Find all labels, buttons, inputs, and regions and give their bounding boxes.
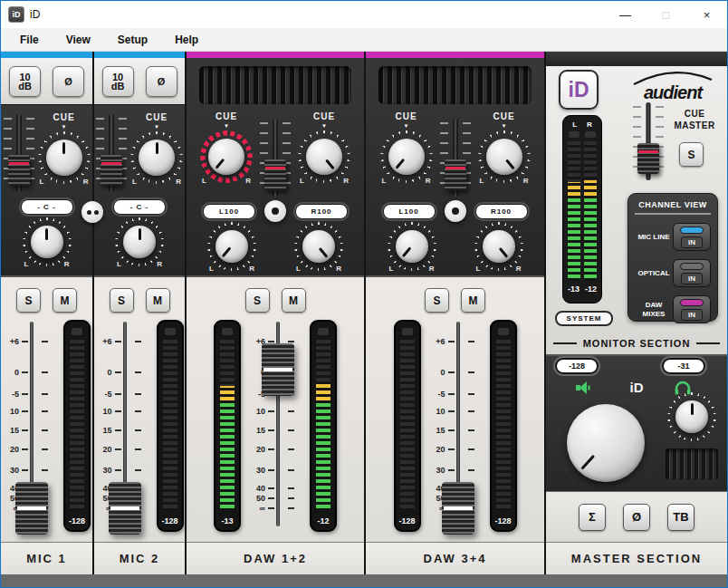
menu-help[interactable]: Help xyxy=(161,34,212,46)
headphone-level-display[interactable]: -31 xyxy=(662,358,705,374)
pan-value-display-right[interactable]: R100 xyxy=(475,204,528,219)
mute-button[interactable]: M xyxy=(146,288,170,313)
cue-pan-knob-left[interactable]: L R xyxy=(380,130,433,183)
close-button[interactable]: × xyxy=(686,1,727,28)
fader-handle[interactable] xyxy=(262,343,294,396)
cue-label: CUE xyxy=(493,111,514,121)
cue-fader-handle[interactable] xyxy=(264,159,286,190)
cue-fader[interactable] xyxy=(440,117,471,200)
pan-value-display-left[interactable]: L100 xyxy=(383,204,436,219)
fader-handle[interactable] xyxy=(109,482,141,535)
fader-handle[interactable] xyxy=(442,482,474,535)
channel-daw34: CUE ▼ L R CUE ▼ xyxy=(366,52,546,574)
cue-pan-knob-right[interactable]: L R xyxy=(298,130,350,183)
headphone-volume-knob[interactable] xyxy=(667,392,716,441)
channel-fader[interactable]: +60-5101520304050∞ xyxy=(96,320,148,532)
menu-view[interactable]: View xyxy=(53,34,104,46)
channel-fader[interactable]: +60-5101520304050∞ xyxy=(429,320,482,532)
channel-fader[interactable]: +60-5101520304050∞ xyxy=(249,320,302,532)
cue-fader[interactable] xyxy=(96,112,127,196)
stereo-link-button[interactable] xyxy=(264,200,286,222)
master-meter-right-value: -12 xyxy=(585,284,597,294)
cue-pan-knob-left[interactable]: L R xyxy=(200,130,253,183)
daw-mixes-label: DAW MIXES xyxy=(635,301,673,319)
level-meter-left: -128 xyxy=(394,320,421,532)
knob-marker-icon: ▼ xyxy=(62,123,67,130)
channel-color-strip xyxy=(1,52,92,58)
meter-value: -128 xyxy=(158,516,182,525)
app-window: iD iD — □ × File View Setup Help 10dB Ø xyxy=(0,0,728,588)
monitor-section-header: MONITOR SECTION xyxy=(546,338,727,349)
channel-name-label: DAW 1+2 xyxy=(187,542,364,574)
cue-pan-knob[interactable]: L R xyxy=(38,131,91,184)
meter-value: -13 xyxy=(216,516,239,525)
minimize-button[interactable]: — xyxy=(605,1,646,28)
cue-pan-knob-right[interactable]: L R xyxy=(478,130,531,183)
pan-knob-right[interactable]: L R xyxy=(474,222,523,271)
optical-view-button[interactable]: IN xyxy=(673,259,711,287)
fader-handle[interactable] xyxy=(15,482,48,535)
monitor-volume-knob[interactable] xyxy=(557,394,655,492)
stereo-link-button-mic[interactable] xyxy=(81,201,103,223)
phase-button[interactable]: Ø xyxy=(53,66,84,97)
pan-value-display[interactable]: - C - xyxy=(113,199,166,215)
cue-label: CUE xyxy=(146,112,168,122)
vent-decoration xyxy=(666,448,718,479)
pan-knob-left[interactable]: L R xyxy=(207,222,256,271)
solo-button[interactable]: S xyxy=(110,288,134,313)
mute-button[interactable]: M xyxy=(282,288,306,313)
channel-daw12: CUE ▼ L R CUE ▼ xyxy=(187,52,366,574)
pad-10db-button[interactable]: 10dB xyxy=(9,66,41,97)
pad-10db-button[interactable]: 10dB xyxy=(102,66,134,97)
system-button[interactable]: SYSTEM xyxy=(555,311,613,326)
mute-button[interactable]: M xyxy=(53,288,77,313)
optical-indicator xyxy=(680,263,704,270)
cue-fader[interactable] xyxy=(260,117,291,200)
level-meter-left: -13 xyxy=(214,320,241,532)
pan-knob[interactable]: L R xyxy=(115,217,164,266)
menu-file[interactable]: File xyxy=(6,34,53,46)
pan-knob-left[interactable]: L R xyxy=(388,222,436,271)
title-bar: iD iD — □ × xyxy=(1,1,727,28)
cue-fader-handle[interactable] xyxy=(8,155,30,186)
pan-value-display-left[interactable]: L100 xyxy=(203,204,255,219)
channel-fader[interactable]: +60-5101520304050∞ xyxy=(3,320,55,532)
channel-mic1: 10dB Ø CUE ▼ L R xyxy=(1,52,94,574)
id-logo[interactable]: iD xyxy=(559,70,599,110)
pan-knob[interactable]: L R xyxy=(23,217,72,266)
solo-button[interactable]: S xyxy=(16,288,41,313)
master-phase-button[interactable]: Ø xyxy=(623,504,650,531)
pan-knob-right[interactable]: L R xyxy=(294,222,343,271)
mic-line-view-button[interactable]: IN xyxy=(673,223,711,251)
solo-button[interactable]: S xyxy=(245,288,270,313)
level-meter-right: -128 xyxy=(490,320,517,532)
pan-value-display-right[interactable]: R100 xyxy=(295,204,348,219)
grille-decoration xyxy=(199,66,351,104)
meter-value: -12 xyxy=(311,516,335,525)
channel-color-strip xyxy=(187,52,364,58)
meter-value: -128 xyxy=(492,516,515,525)
phase-button[interactable]: Ø xyxy=(146,66,177,97)
cue-pan-knob[interactable]: L R xyxy=(130,131,183,184)
meter-value: -128 xyxy=(396,516,419,525)
menu-setup[interactable]: Setup xyxy=(104,34,161,46)
cue-master-solo-button[interactable]: S xyxy=(679,142,704,167)
daw-mixes-view-button[interactable]: IN xyxy=(673,295,711,323)
cue-fader-handle[interactable] xyxy=(101,155,122,186)
master-section: iD audient L R xyxy=(546,52,727,574)
solo-button[interactable]: S xyxy=(425,288,449,313)
meter-value: -128 xyxy=(65,516,89,525)
channel-color-strip xyxy=(366,52,544,58)
cue-fader[interactable] xyxy=(4,112,34,196)
pan-value-display[interactable]: - C - xyxy=(21,199,73,215)
stereo-link-button[interactable] xyxy=(445,200,466,222)
speaker-icon xyxy=(575,381,591,395)
cue-master-fader-handle[interactable] xyxy=(637,143,659,174)
knob-marker-icon: ▼ xyxy=(502,122,507,130)
talkback-button[interactable]: TB xyxy=(667,504,694,531)
mute-button[interactable]: M xyxy=(461,288,485,313)
cue-master-fader[interactable] xyxy=(633,101,664,184)
sum-mono-button[interactable]: Σ xyxy=(579,504,606,531)
speaker-level-display[interactable]: -128 xyxy=(555,358,599,374)
cue-fader-handle[interactable] xyxy=(445,159,466,190)
